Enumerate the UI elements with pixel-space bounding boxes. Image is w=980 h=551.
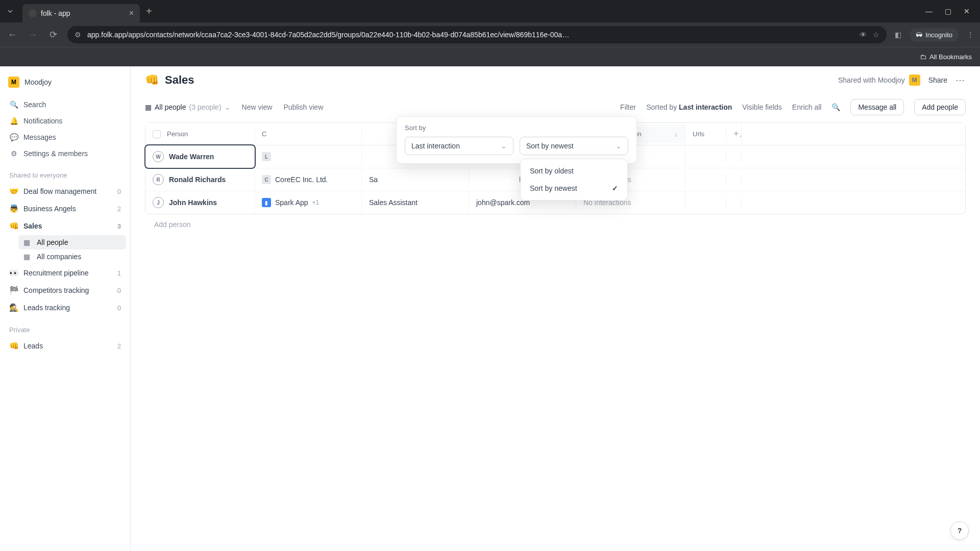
fist-icon: 👊 <box>9 341 18 350</box>
col-urls[interactable]: Urls <box>685 124 726 143</box>
gear-icon: ⚙ <box>9 149 18 158</box>
sidebar-section-private: Private <box>4 317 126 337</box>
sidebar-settings[interactable]: ⚙ Settings & members <box>4 146 126 161</box>
person-name: John Hawkins <box>169 198 217 207</box>
enrich-all-button[interactable]: Enrich all <box>792 103 822 111</box>
view-selector[interactable]: ▦ All people (3 people) ⌄ <box>145 103 231 111</box>
workspace-avatar: M <box>8 77 19 88</box>
incognito-badge: 🕶 Incognito <box>910 28 959 42</box>
sidebar: M Moodjoy 🔍 Search 🔔 Notifications 💬 Mes… <box>0 66 131 551</box>
more-menu-icon[interactable]: ⋯ <box>955 74 966 86</box>
group-private-leads[interactable]: 👊 Leads 2 <box>4 338 126 354</box>
subgroup-all-companies[interactable]: ▦ All companies <box>18 249 126 264</box>
table-icon: ▦ <box>23 253 32 261</box>
sort-field-select[interactable]: Last interaction ⌄ <box>405 137 513 155</box>
workspace-name: Moodjoy <box>24 78 52 86</box>
sort-desc-icon: ↓ <box>675 130 678 138</box>
add-people-button[interactable]: Add people <box>914 99 966 115</box>
group-count: 0 <box>117 188 121 195</box>
group-count: 2 <box>117 205 121 213</box>
message-all-button[interactable]: Message all <box>850 99 904 115</box>
sort-field-value: Last interaction <box>411 142 460 150</box>
sidebar-notifications[interactable]: 🔔 Notifications <box>4 113 126 129</box>
page-emoji: 👊 <box>145 73 159 87</box>
folder-icon: 🗀 <box>920 53 926 61</box>
address-bar[interactable]: ⚙ app.folk.app/apps/contacts/network/cca… <box>67 26 887 43</box>
add-column-button[interactable]: + <box>726 123 742 145</box>
browser-menu-icon[interactable]: ⋮ <box>967 31 974 39</box>
back-button[interactable]: ← <box>6 30 18 40</box>
eye-off-icon[interactable]: 👁 <box>860 31 867 39</box>
tab-list-dropdown[interactable] <box>0 8 20 14</box>
group-count: 1 <box>117 269 121 277</box>
minimize-icon[interactable]: — <box>925 7 933 15</box>
tab-title: folk - app <box>41 9 70 17</box>
search-icon[interactable]: 🔍 <box>831 103 840 111</box>
job-title: Sa <box>362 170 469 189</box>
new-tab-button[interactable]: + <box>146 6 152 17</box>
site-settings-icon[interactable]: ⚙ <box>75 31 81 39</box>
add-person-row[interactable]: Add person <box>145 214 966 235</box>
new-view-button[interactable]: New view <box>242 103 273 111</box>
group-business-angels[interactable]: 👼 Business Angels 2 <box>4 201 126 217</box>
table-icon: ▦ <box>145 103 152 111</box>
group-sales[interactable]: 👊 Sales 3 <box>4 218 126 234</box>
browser-tab-strip: folk - app × + — ▢ ✕ <box>0 0 980 22</box>
person-avatar: W <box>153 151 164 162</box>
filter-button[interactable]: Filter <box>620 103 636 111</box>
forward-button: → <box>27 30 39 40</box>
group-deal-flow[interactable]: 🤝 Deal flow management 0 <box>4 183 126 199</box>
group-competitors[interactable]: 🏁 Competitors tracking 0 <box>4 282 126 298</box>
incognito-label: Incognito <box>925 31 952 39</box>
sort-direction-value: Sort by newest <box>526 142 574 150</box>
maximize-icon[interactable]: ▢ <box>945 7 951 15</box>
sort-field: Last interaction <box>679 103 732 111</box>
sort-direction-menu: Sort by oldest Sort by newest ✓ <box>520 159 628 201</box>
group-label: Leads <box>23 342 112 350</box>
person-avatar: R <box>153 174 164 185</box>
col-person[interactable]: Person <box>145 124 255 144</box>
all-bookmarks-label: All Bookmarks <box>929 53 972 61</box>
sidebar-messages-label: Messages <box>23 133 56 141</box>
sort-prefix: Sorted by <box>646 103 679 111</box>
sidebar-messages[interactable]: 💬 Messages <box>4 130 126 145</box>
sidebar-search[interactable]: 🔍 Search <box>4 97 126 112</box>
help-button[interactable]: ? <box>950 521 969 540</box>
workspace-switcher[interactable]: M Moodjoy <box>4 72 126 96</box>
sort-button[interactable]: Sorted by Last interaction <box>646 103 732 111</box>
group-leads-tracking[interactable]: 🕵️ Leads tracking 0 <box>4 299 126 316</box>
group-count: 0 <box>117 287 121 294</box>
all-bookmarks-button[interactable]: 🗀 All Bookmarks <box>920 53 972 61</box>
bookmarks-bar: 🗀 All Bookmarks <box>0 47 980 66</box>
sidebar-notifications-label: Notifications <box>23 117 62 125</box>
sort-direction-select[interactable]: Sort by newest ⌄ Sort by oldest Sort by … <box>520 137 628 155</box>
publish-view-button[interactable]: Publish view <box>283 103 323 111</box>
urls-cell <box>685 151 726 162</box>
chevron-down-icon: ⌄ <box>501 142 507 150</box>
shared-badge: M <box>909 74 920 86</box>
group-recruitment[interactable]: 👀 Recruitment pipeline 1 <box>4 265 126 281</box>
person-name: Wade Warren <box>169 153 214 161</box>
share-button[interactable]: Share <box>928 76 947 84</box>
select-all-checkbox[interactable] <box>153 130 161 138</box>
bell-icon: 🔔 <box>9 117 18 125</box>
sort-oldest-option[interactable]: Sort by oldest <box>524 162 624 180</box>
bookmark-star-icon[interactable]: ☆ <box>873 31 879 39</box>
sort-newest-option[interactable]: Sort by newest ✓ <box>524 180 624 197</box>
col-company[interactable]: C <box>255 124 362 143</box>
company-icon: C <box>262 175 271 184</box>
side-panel-icon[interactable]: ◧ <box>895 31 901 39</box>
urls-cell <box>685 174 726 185</box>
chevron-down-icon: ⌄ <box>616 142 622 150</box>
browser-tab[interactable]: folk - app × <box>22 4 140 22</box>
subgroup-all-people[interactable]: ▦ All people <box>18 235 126 249</box>
eyes-icon: 👀 <box>9 268 18 278</box>
page-title: Sales <box>165 73 832 87</box>
subgroup-label: All companies <box>37 253 121 261</box>
shared-with-indicator[interactable]: Shared with Moodjoy M <box>838 74 920 86</box>
visible-fields-button[interactable]: Visible fields <box>742 103 782 111</box>
handshake-icon: 🤝 <box>9 187 18 196</box>
close-tab-icon[interactable]: × <box>129 9 134 18</box>
reload-button[interactable]: ⟳ <box>47 29 59 40</box>
close-window-icon[interactable]: ✕ <box>964 7 970 15</box>
